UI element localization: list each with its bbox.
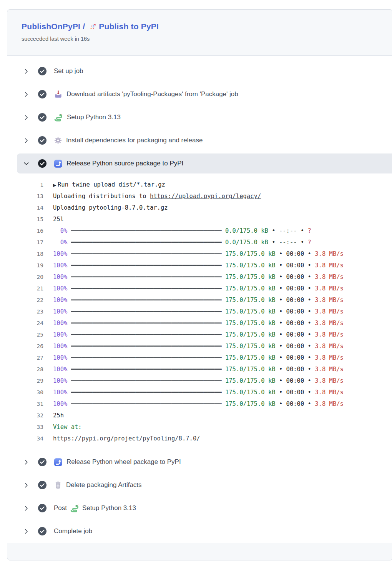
line-number[interactable]: 29 — [7, 375, 43, 387]
line-number[interactable]: 27 — [7, 352, 43, 364]
chevron-right-icon[interactable] — [23, 137, 30, 144]
chevron-right-icon[interactable] — [23, 505, 30, 512]
chevron-right-icon[interactable] — [23, 528, 30, 535]
progress-percent: 100% — [53, 331, 67, 338]
transfer-time: 00:00 — [286, 297, 304, 304]
transfer-size: 175.0/175.0 kB — [225, 285, 276, 292]
log-line: 14Uploading pytooling-8.7.0.tar.gz — [7, 202, 392, 213]
progress-bar: ━━━━━━━━━━━━━━━━━━━━━━━━━━━━━━━━━━━━━━━━… — [67, 400, 225, 407]
arrow-curving-up-icon — [54, 159, 63, 168]
separator-dot: • — [304, 250, 315, 257]
log-link[interactable]: https://upload.pypi.org/legacy/ — [150, 193, 261, 200]
step-row-setup-python-3-13[interactable]: Setup Python 3.13 — [7, 106, 392, 129]
step-label: Install dependencies for packaging and r… — [66, 137, 203, 144]
log-line: 1525l — [7, 213, 392, 225]
line-number[interactable]: 28 — [7, 364, 43, 375]
chevron-right-icon[interactable] — [23, 482, 30, 489]
line-number[interactable]: 34 — [7, 433, 43, 444]
log-text: 100% ━━━━━━━━━━━━━━━━━━━━━━━━━━━━━━━━━━━… — [53, 248, 344, 260]
line-number[interactable]: 23 — [7, 306, 43, 317]
transfer-speed: 3.8 MB/s — [315, 308, 344, 315]
line-number[interactable]: 13 — [7, 190, 43, 202]
step-row-set-up-job[interactable]: Set up job — [7, 60, 392, 83]
line-number[interactable]: 25 — [7, 329, 43, 340]
chevron-right-icon[interactable] — [23, 91, 30, 98]
log-text: View at: — [53, 421, 82, 433]
transfer-speed: 3.8 MB/s — [315, 400, 344, 407]
separator-dot: • — [304, 285, 315, 292]
check-circle-icon — [38, 113, 47, 122]
log-text: Uploading distributions to https://uploa… — [53, 190, 261, 202]
step-row-delete-packaging-artifacts[interactable]: Delete packaging Artifacts — [7, 474, 392, 497]
chevron-right-icon[interactable] — [23, 114, 30, 121]
line-number[interactable]: 20 — [7, 271, 43, 283]
line-number[interactable]: 16 — [7, 225, 43, 237]
progress-percent: 100% — [53, 366, 67, 373]
log-link[interactable]: https://pypi.org/project/pyTooling/8.7.0… — [53, 435, 200, 442]
separator-dot: • — [304, 366, 315, 373]
progress-percent: 100% — [53, 320, 67, 327]
separator-dot: • — [276, 343, 286, 350]
step-row-release-python-source-package-to-pypi[interactable]: Release Python source package to PyPI — [17, 153, 392, 173]
log-text: 100% ━━━━━━━━━━━━━━━━━━━━━━━━━━━━━━━━━━━… — [53, 364, 344, 375]
separator-dot: • — [304, 297, 315, 304]
separator-dot: • — [304, 400, 315, 407]
line-number[interactable]: 14 — [7, 202, 43, 213]
transfer-speed: ? — [308, 239, 311, 246]
progress-percent: 100% — [53, 308, 67, 315]
line-number[interactable]: 24 — [7, 317, 43, 329]
step-label: Set up job — [54, 67, 83, 75]
line-number[interactable]: 22 — [7, 294, 43, 306]
line-number[interactable]: 33 — [7, 421, 43, 433]
transfer-speed: 3.8 MB/s — [315, 285, 344, 292]
transfer-speed: 3.8 MB/s — [315, 250, 344, 257]
chevron-right-icon[interactable] — [23, 68, 30, 75]
step-row-release-python-wheel-package-to-pypi[interactable]: Release Python wheel package to PyPI — [7, 450, 392, 474]
transfer-time: 00:00 — [286, 354, 304, 361]
step-label: Setup Python 3.13 — [82, 504, 136, 512]
chevron-right-icon[interactable] — [23, 459, 30, 465]
transfer-speed: 3.8 MB/s — [315, 389, 344, 396]
step-row-setup-python-3-13[interactable]: PostSetup Python 3.13 — [7, 497, 392, 520]
log-text: 100% ━━━━━━━━━━━━━━━━━━━━━━━━━━━━━━━━━━━… — [53, 283, 344, 294]
line-number[interactable]: 32 — [7, 410, 43, 421]
step-row-complete-job[interactable]: Complete job — [7, 520, 392, 543]
separator-dot: • — [268, 227, 279, 234]
separator-dot: • — [276, 320, 286, 327]
separator-dot: • — [304, 377, 315, 384]
line-number[interactable]: 30 — [7, 387, 43, 398]
line-number[interactable]: 21 — [7, 283, 43, 294]
transfer-time: 00:00 — [286, 308, 304, 315]
log-line: 26100% ━━━━━━━━━━━━━━━━━━━━━━━━━━━━━━━━━… — [7, 340, 392, 352]
log-text: ▶ Run twine upload dist/*.tar.gz — [53, 179, 165, 190]
log-text: 100% ━━━━━━━━━━━━━━━━━━━━━━━━━━━━━━━━━━━… — [53, 329, 344, 340]
log-text-segment: Uploading distributions to — [53, 193, 150, 200]
log-text-segment: 25l — [53, 216, 64, 223]
step-row-install-dependencies-for-packaging-and-release[interactable]: Install dependencies for packaging and r… — [7, 129, 392, 152]
log-text-segment: Uploading pytooling-8.7.0.tar.gz — [53, 204, 168, 211]
progress-percent: 100% — [53, 377, 67, 384]
transfer-speed: 3.8 MB/s — [315, 331, 344, 338]
snake-icon — [54, 113, 63, 122]
job-status-summary: succeeded last week in 16s — [22, 36, 392, 42]
step-row-download-artifacts-pytooling-packages-from-package-job[interactable]: Download artifacts 'pyTooling-Packages' … — [7, 83, 392, 106]
transfer-speed: ? — [308, 227, 311, 234]
line-number[interactable]: 17 — [7, 237, 43, 248]
log-line: 18100% ━━━━━━━━━━━━━━━━━━━━━━━━━━━━━━━━━… — [7, 248, 392, 260]
line-number[interactable]: 26 — [7, 340, 43, 352]
transfer-speed: 3.8 MB/s — [315, 262, 344, 269]
transfer-time: 00:00 — [286, 273, 304, 280]
line-number[interactable]: 1 — [7, 179, 43, 190]
line-number[interactable]: 31 — [7, 398, 43, 410]
line-number[interactable]: 18 — [7, 248, 43, 260]
line-number[interactable]: 19 — [7, 260, 43, 271]
chevron-down-icon[interactable] — [23, 160, 30, 167]
expand-group-icon[interactable]: ▶ — [53, 183, 58, 188]
separator-dot: • — [304, 273, 315, 280]
title-separator: / — [80, 22, 87, 31]
log-text: https://pypi.org/project/pyTooling/8.7.0… — [53, 433, 200, 444]
line-number[interactable]: 15 — [7, 213, 43, 225]
check-circle-icon — [38, 504, 47, 513]
progress-percent: 100% — [53, 250, 67, 257]
check-circle-icon — [38, 136, 47, 145]
